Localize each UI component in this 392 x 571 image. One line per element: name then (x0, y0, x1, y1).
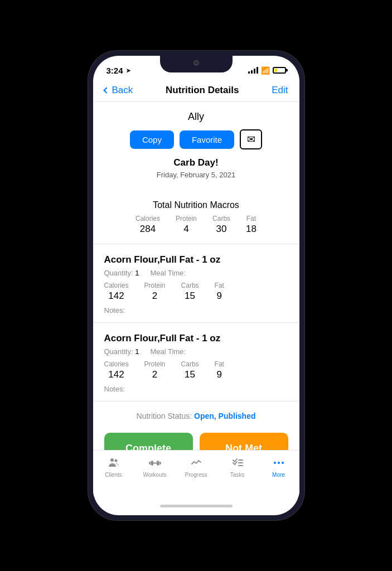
divider-3 (93, 401, 299, 401)
tasks-icon (231, 456, 244, 470)
status-time: 3:24 ➤ (107, 66, 130, 75)
macro-carbs-value: 30 (212, 224, 230, 235)
food-notes-1: Notes: (104, 306, 288, 314)
tab-tasks[interactable]: Tasks (217, 455, 258, 478)
food-macros-2: Calories 142 Protein 2 Carbs 15 Fat 9 (104, 360, 288, 380)
tab-progress[interactable]: Progress (176, 455, 217, 478)
food-calories-1: Calories 142 (104, 282, 129, 302)
tab-more-label: More (272, 472, 285, 478)
food-name-1: Acorn Flour,Full Fat - 1 oz (104, 254, 288, 265)
macro-protein-value: 4 (176, 224, 197, 235)
progress-icon (190, 456, 203, 470)
tab-tasks-label: Tasks (230, 472, 245, 478)
macro-calories-label: Calories (135, 215, 160, 222)
food-protein-2: Protein 2 (144, 360, 166, 380)
divider-1 (93, 244, 299, 244)
svg-point-10 (274, 462, 276, 464)
macro-calories: Calories 284 (135, 215, 160, 235)
notch (160, 56, 233, 72)
day-title: Carb Day! (104, 157, 288, 168)
svg-point-1 (114, 459, 117, 462)
back-button[interactable]: Back (104, 85, 133, 96)
tab-progress-label: Progress (185, 472, 207, 478)
action-row: Complete Not Met (93, 433, 299, 450)
tab-clients-label: Clients (105, 472, 122, 478)
profile-name: Ally (104, 111, 288, 123)
action-buttons: Copy Favorite ✉ (104, 129, 288, 149)
nutrition-status-value: Open, Published (194, 412, 255, 420)
svg-point-11 (278, 462, 280, 464)
nutrition-status-section: Nutrition Status: Open, Published (93, 404, 299, 433)
macros-title: Total Nutrition Macros (104, 200, 288, 210)
tab-workouts-label: Workouts (143, 472, 166, 478)
svg-point-0 (110, 458, 114, 462)
food-notes-2: Notes: (104, 385, 288, 393)
divider-2 (93, 322, 299, 323)
macro-carbs: Carbs 30 (212, 215, 230, 235)
macros-grid: Calories 284 Protein 4 Carbs 30 Fat 18 (104, 215, 288, 235)
signal-icon (248, 67, 258, 74)
battery-icon (273, 67, 286, 74)
svg-point-12 (282, 462, 284, 464)
tab-bar: Clients Workouts Progress (93, 450, 299, 496)
food-carbs-2: Carbs 15 (181, 360, 199, 380)
mealtime-label-2: Meal Time: (150, 347, 186, 356)
macro-carbs-label: Carbs (212, 215, 230, 222)
macro-fat: Fat 18 (246, 215, 257, 235)
location-icon: ➤ (126, 67, 130, 74)
status-icons: 📶 (248, 66, 286, 75)
email-button[interactable]: ✉ (240, 129, 262, 149)
page-title: Nutrition Details (166, 85, 239, 96)
tab-workouts[interactable]: Workouts (134, 455, 176, 478)
tab-more[interactable]: More (258, 455, 299, 478)
home-indicator (93, 496, 299, 515)
quantity-label-2: Quantity: 1 (104, 347, 139, 356)
edit-button[interactable]: Edit (272, 85, 288, 96)
phone-frame: 3:24 ➤ 📶 Back Nutr (88, 50, 305, 521)
tab-clients[interactable]: Clients (93, 455, 134, 478)
quantity-label-1: Quantity: 1 (104, 269, 139, 277)
total-macros-section: Total Nutrition Macros Calories 284 Prot… (93, 193, 299, 241)
macro-fat-value: 18 (246, 224, 257, 235)
day-date: Friday, February 5, 2021 (104, 171, 288, 179)
nutrition-status-line: Nutrition Status: Open, Published (104, 412, 288, 420)
macro-calories-value: 284 (135, 224, 160, 235)
food-meta-2: Quantity: 1 Meal Time: (104, 347, 288, 356)
nav-bar: Back Nutrition Details Edit (93, 80, 299, 102)
clients-icon (107, 456, 120, 470)
food-fat-2: Fat 9 (215, 360, 224, 380)
macro-protein-label: Protein (176, 215, 197, 222)
copy-button[interactable]: Copy (130, 130, 174, 149)
phone-screen: 3:24 ➤ 📶 Back Nutr (93, 56, 299, 515)
macro-protein: Protein 4 (176, 215, 197, 235)
profile-section: Ally Copy Favorite ✉ Carb Day! Friday, F… (93, 102, 299, 193)
food-macros-1: Calories 142 Protein 2 Carbs 15 Fat 9 (104, 282, 288, 302)
not-met-button[interactable]: Not Met (200, 433, 288, 450)
food-item-1: Acorn Flour,Full Fat - 1 oz Quantity: 1 … (93, 246, 299, 320)
camera (193, 60, 199, 66)
food-protein-1: Protein 2 (144, 282, 166, 302)
chevron-left-icon (103, 87, 109, 93)
food-meta-1: Quantity: 1 Meal Time: (104, 269, 288, 277)
macro-fat-label: Fat (246, 215, 257, 222)
favorite-button[interactable]: Favorite (180, 130, 234, 149)
complete-button[interactable]: Complete (104, 433, 193, 450)
more-icon (272, 456, 285, 470)
email-icon: ✉ (247, 133, 255, 146)
food-carbs-1: Carbs 15 (181, 282, 199, 302)
food-item-2: Acorn Flour,Full Fat - 1 oz Quantity: 1 … (93, 325, 299, 399)
wifi-icon: 📶 (261, 66, 270, 75)
main-content: Ally Copy Favorite ✉ Carb Day! Friday, F… (93, 102, 299, 450)
workouts-icon (148, 456, 162, 470)
food-calories-2: Calories 142 (104, 360, 129, 380)
food-name-2: Acorn Flour,Full Fat - 1 oz (104, 333, 288, 344)
food-fat-1: Fat 9 (215, 282, 224, 302)
mealtime-label-1: Meal Time: (150, 269, 186, 277)
